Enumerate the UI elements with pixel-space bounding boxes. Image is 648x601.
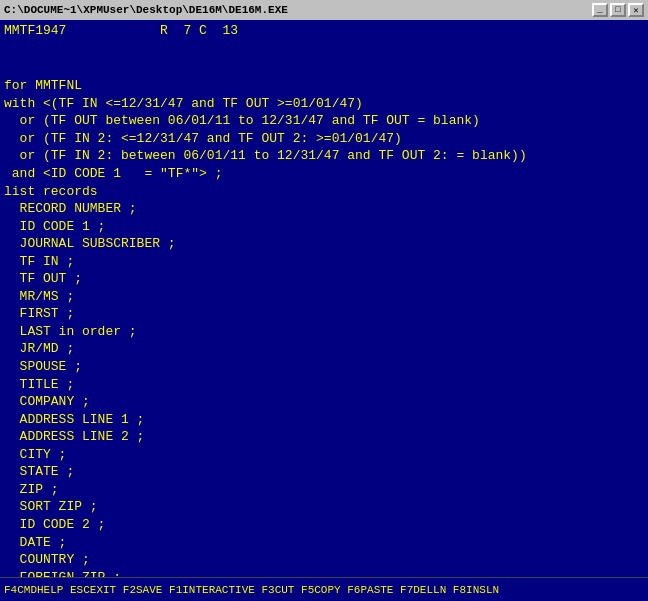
code-line: JOURNAL SUBSCRIBER ; xyxy=(4,235,644,253)
code-line: or (TF IN 2: <=12/31/47 and TF OUT 2: >=… xyxy=(4,130,644,148)
code-line xyxy=(4,42,644,60)
maximize-button[interactable]: □ xyxy=(610,3,626,17)
code-line: FOREIGN ZIP ; xyxy=(4,569,644,577)
title-bar: C:\DOCUME~1\XPMUser\Desktop\DE16M\DE16M.… xyxy=(0,0,648,20)
code-line: with <(TF IN <=12/31/47 and TF OUT >=01/… xyxy=(4,95,644,113)
window-controls[interactable]: _ □ ✕ xyxy=(592,3,644,17)
minimize-button[interactable]: _ xyxy=(592,3,608,17)
code-content: for MMTFNLwith <(TF IN <=12/31/47 and TF… xyxy=(4,42,644,577)
code-line: COUNTRY ; xyxy=(4,551,644,569)
code-line: JR/MD ; xyxy=(4,340,644,358)
code-line: ADDRESS LINE 2 ; xyxy=(4,428,644,446)
code-line: SPOUSE ; xyxy=(4,358,644,376)
code-line: TF IN ; xyxy=(4,253,644,271)
code-line: ID CODE 2 ; xyxy=(4,516,644,534)
title-text: C:\DOCUME~1\XPMUser\Desktop\DE16M\DE16M.… xyxy=(4,4,288,16)
code-line: STATE ; xyxy=(4,463,644,481)
code-line: list records xyxy=(4,183,644,201)
code-line: DATE ; xyxy=(4,534,644,552)
code-line: CITY ; xyxy=(4,446,644,464)
code-line: COMPANY ; xyxy=(4,393,644,411)
code-line: for MMTFNL xyxy=(4,77,644,95)
code-line: ZIP ; xyxy=(4,481,644,499)
code-line: FIRST ; xyxy=(4,305,644,323)
fkey-text: F4CMDHELP ESCEXIT F2SAVE F1INTERACTIVE F… xyxy=(4,584,499,596)
code-line: SORT ZIP ; xyxy=(4,498,644,516)
code-line xyxy=(4,60,644,78)
code-line: and <ID CODE 1 = "TF*"> ; xyxy=(4,165,644,183)
code-line: TF OUT ; xyxy=(4,270,644,288)
terminal-area: MMTF1947 R 7 C 13 for MMTFNLwith <(TF IN… xyxy=(0,20,648,577)
fkey-bar: F4CMDHELP ESCEXIT F2SAVE F1INTERACTIVE F… xyxy=(0,577,648,601)
code-line: TITLE ; xyxy=(4,376,644,394)
code-line: LAST in order ; xyxy=(4,323,644,341)
close-button[interactable]: ✕ xyxy=(628,3,644,17)
code-line: ADDRESS LINE 1 ; xyxy=(4,411,644,429)
code-line: MR/MS ; xyxy=(4,288,644,306)
code-line: ID CODE 1 ; xyxy=(4,218,644,236)
code-line: or (TF OUT between 06/01/11 to 12/31/47 … xyxy=(4,112,644,130)
code-line: RECORD NUMBER ; xyxy=(4,200,644,218)
status-line: MMTF1947 R 7 C 13 xyxy=(4,22,644,40)
code-line: or (TF IN 2: between 06/01/11 to 12/31/4… xyxy=(4,147,644,165)
